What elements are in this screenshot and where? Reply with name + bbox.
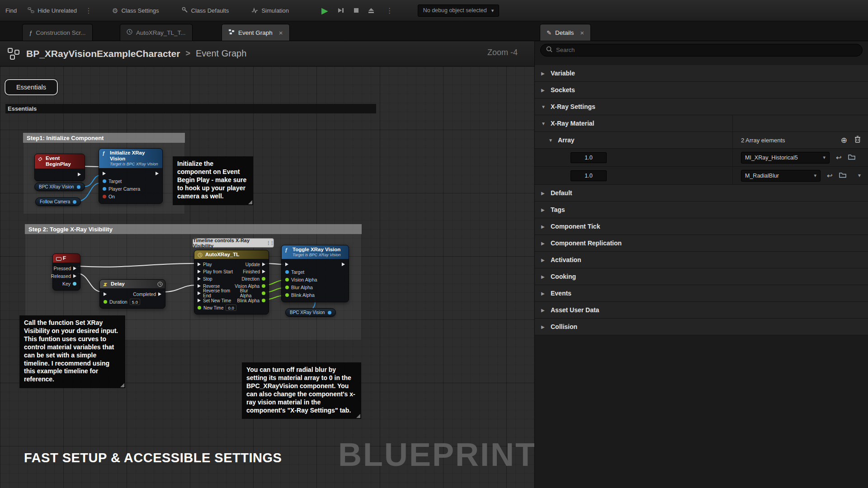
- exec-in-pin[interactable]: [198, 277, 201, 281]
- tab-autoxray-timeline[interactable]: AutoXRay_TL_T...: [120, 24, 193, 41]
- exec-in-pin[interactable]: [198, 291, 201, 295]
- tab-event-graph[interactable]: Event Graph ×: [222, 24, 290, 41]
- bookmark-essentials[interactable]: Essentials: [5, 79, 58, 95]
- play-icon[interactable]: ▶: [321, 5, 328, 16]
- exec-out-pin[interactable]: [156, 172, 159, 175]
- browse-folder-icon[interactable]: [848, 154, 855, 162]
- simulation-button[interactable]: Simulation: [246, 0, 294, 21]
- node-timeline-autoxray[interactable]: AutoXRay_TL Play Update Play from Start …: [194, 250, 269, 314]
- hide-unrelated-options-icon[interactable]: ⋮: [82, 6, 95, 15]
- event-graph-canvas[interactable]: Essentials Essentials Step1: Initialize …: [0, 66, 534, 488]
- element-value-input[interactable]: [571, 152, 607, 163]
- float-pin[interactable]: [104, 300, 107, 304]
- pin-vision-alpha-label: Vision Alpha: [235, 284, 259, 289]
- node-event-beginplay[interactable]: ◇Event BeginPlay: [34, 154, 85, 181]
- stop-icon[interactable]: [354, 8, 359, 13]
- exec-out-pin[interactable]: [73, 274, 76, 278]
- float-pin[interactable]: [198, 306, 201, 310]
- exec-out-pin[interactable]: [158, 292, 161, 296]
- new-time-input[interactable]: 0.0: [226, 305, 236, 311]
- asset-dropdown[interactable]: M_RadialBlur ▾: [741, 170, 821, 182]
- class-settings-button[interactable]: ⚙ Class Settings: [107, 0, 165, 21]
- hide-unrelated-button[interactable]: Hide Unrelated: [22, 0, 82, 21]
- eject-icon[interactable]: [368, 8, 374, 14]
- float-pin[interactable]: [262, 299, 265, 302]
- exec-in-pin[interactable]: [198, 284, 201, 288]
- section-events[interactable]: ▶ Events: [535, 285, 868, 302]
- variable-bpc-xray-vision[interactable]: BPC XRay Vision: [34, 183, 85, 191]
- exec-in-pin[interactable]: [198, 263, 201, 266]
- use-selected-icon[interactable]: ↩: [827, 172, 833, 180]
- section-xray-material[interactable]: ▼ X-Ray Material: [535, 115, 868, 132]
- float-pin[interactable]: [262, 284, 265, 288]
- comment-timeline-controls[interactable]: Timeline controls X-Ray Visibility ⋮⋮: [193, 238, 274, 248]
- tab-construction-script[interactable]: ƒ Construction Scr...: [22, 24, 93, 41]
- property-array[interactable]: ▼ Array 2 Array elements ⊕: [535, 132, 868, 149]
- exec-in-pin[interactable]: [104, 292, 107, 296]
- element-options-icon[interactable]: ▾: [858, 172, 861, 178]
- enum-pin[interactable]: [262, 277, 265, 281]
- section-collision[interactable]: ▶ Collision: [535, 319, 868, 335]
- add-element-icon[interactable]: ⊕: [841, 136, 847, 145]
- comment-essentials[interactable]: Essentials: [5, 104, 376, 113]
- section-component-tick[interactable]: ▶ Component Tick: [535, 218, 868, 235]
- section-default[interactable]: ▶ Default: [535, 185, 868, 202]
- close-icon[interactable]: ×: [580, 29, 584, 37]
- note-initialize[interactable]: Initialize the component on Event Begin …: [173, 156, 253, 205]
- duration-input[interactable]: 5.0: [130, 299, 140, 305]
- variable-follow-camera[interactable]: Follow Camera: [35, 197, 81, 206]
- exec-out-pin[interactable]: [78, 173, 81, 176]
- bool-pin[interactable]: [103, 195, 106, 198]
- object-pin[interactable]: [285, 270, 289, 274]
- object-pin[interactable]: [103, 187, 106, 191]
- search-input[interactable]: [556, 47, 857, 53]
- object-pin[interactable]: [77, 185, 80, 189]
- pin-reverse-label: Reverse: [203, 284, 220, 289]
- play-options-icon[interactable]: ⋮: [383, 6, 396, 15]
- exec-out-pin[interactable]: [73, 267, 76, 270]
- section-sockets[interactable]: ▶ Sockets: [535, 82, 868, 99]
- node-initialize-xray-vision[interactable]: ƒ Initialize XRay Vision Target is BPC X…: [99, 148, 163, 204]
- variable-bpc-xray-vision-2[interactable]: BPC XRay Vision: [285, 308, 336, 317]
- section-asset-user-data[interactable]: ▶ Asset User Data: [535, 302, 868, 319]
- exec-out-pin[interactable]: [262, 263, 265, 266]
- section-variable[interactable]: ▶ Variable: [535, 65, 868, 82]
- trash-icon[interactable]: [854, 136, 861, 145]
- section-activation[interactable]: ▶ Activation: [535, 252, 868, 268]
- exec-out-pin[interactable]: [342, 263, 345, 266]
- object-pin[interactable]: [103, 179, 106, 183]
- exec-out-pin[interactable]: [262, 270, 265, 273]
- browse-folder-icon[interactable]: [839, 172, 846, 180]
- key-pin[interactable]: [73, 282, 76, 286]
- node-input-key-f[interactable]: F Pressed Released Key: [52, 253, 80, 291]
- node-delay[interactable]: ⧗ Delay Completed Duration 5.0: [99, 279, 165, 309]
- exec-in-pin[interactable]: [103, 172, 106, 175]
- note-call-function[interactable]: Call the function Set XRay Visibility on…: [19, 315, 125, 388]
- find-button[interactable]: Find: [0, 0, 22, 21]
- section-component-replication[interactable]: ▶ Component Replication: [535, 235, 868, 252]
- float-pin[interactable]: [285, 278, 289, 282]
- exec-in-pin[interactable]: [285, 263, 288, 266]
- float-pin[interactable]: [285, 293, 289, 297]
- section-xray-settings[interactable]: ▼ X-Ray Settings: [535, 99, 868, 115]
- tab-details[interactable]: ✎ Details ×: [540, 24, 591, 41]
- node-toggle-xray-vision[interactable]: ƒ Toggle XRay Vision Target is BPC XRay …: [281, 245, 349, 302]
- frame-skip-icon[interactable]: [337, 7, 344, 14]
- close-icon[interactable]: ×: [279, 29, 283, 37]
- object-pin[interactable]: [328, 311, 331, 314]
- float-pin[interactable]: [262, 291, 265, 295]
- exec-in-pin[interactable]: [198, 299, 201, 302]
- asset-dropdown[interactable]: MI_XRay_Historical5 ▾: [741, 152, 830, 164]
- details-searchbox[interactable]: [540, 44, 863, 56]
- element-value-input[interactable]: [571, 170, 607, 181]
- section-cooking[interactable]: ▶ Cooking: [535, 268, 868, 285]
- object-pin[interactable]: [73, 200, 76, 204]
- debug-object-dropdown[interactable]: No debug object selected ▾: [418, 5, 500, 17]
- use-selected-icon[interactable]: ↩: [836, 154, 842, 162]
- class-defaults-button[interactable]: Class Defaults: [176, 0, 235, 21]
- section-tags[interactable]: ▶ Tags: [535, 202, 868, 218]
- exec-in-pin[interactable]: [198, 270, 201, 273]
- note-radial-blur[interactable]: You can turn off radial blur by setting …: [242, 362, 361, 419]
- float-pin[interactable]: [285, 286, 289, 289]
- blueprint-icon: [7, 47, 20, 60]
